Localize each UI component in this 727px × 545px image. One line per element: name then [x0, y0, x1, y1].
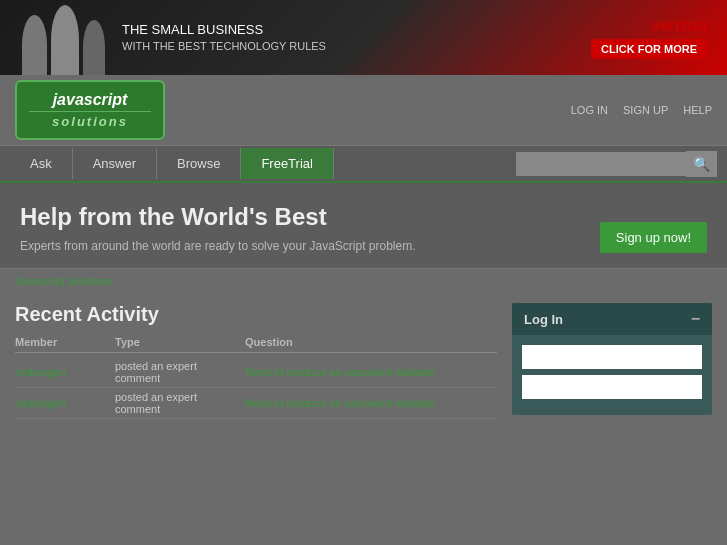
tab-freetrial[interactable]: FreeTrial	[241, 148, 334, 179]
password-input[interactable]	[522, 375, 702, 399]
logo-name: javascript	[53, 91, 128, 108]
signup-link[interactable]: SIGN UP	[623, 104, 668, 116]
banner-right[interactable]: verizon CLICK FOR MORE	[591, 17, 707, 59]
activity-table: Member Type Question mplungjan posted an…	[15, 336, 497, 419]
search-area: 🔍	[516, 151, 717, 177]
login-box: Log In −	[512, 303, 712, 415]
signup-button[interactable]: Sign up now!	[600, 222, 707, 253]
tab-answer[interactable]: Answer	[73, 148, 157, 179]
verizon-brand: verizon	[651, 17, 707, 35]
minimize-button[interactable]: −	[691, 311, 700, 327]
navbar: Ask Answer Browse FreeTrial 🔍	[0, 145, 727, 183]
member-link[interactable]: mplungjan	[15, 397, 115, 409]
recent-activity-heading: Recent Activity	[15, 303, 497, 326]
nav-tabs: Ask Answer Browse FreeTrial	[10, 148, 334, 179]
tab-ask[interactable]: Ask	[10, 148, 73, 179]
col-header-member: Member	[15, 336, 115, 348]
login-link[interactable]: LOG IN	[571, 104, 608, 116]
banner-people	[20, 0, 107, 75]
banner: THE SMALL BUSINESS WITH THE BEST TECHNOL…	[0, 0, 727, 75]
search-button[interactable]: 🔍	[686, 151, 717, 177]
login-header: Log In −	[512, 303, 712, 335]
logo[interactable]: javascript solutions	[15, 80, 165, 140]
logo-tagline: solutions	[29, 111, 151, 130]
breadcrumb: Javascript Solutions	[0, 269, 727, 293]
login-title: Log In	[524, 312, 563, 327]
member-link[interactable]: mplungjan	[15, 366, 115, 378]
username-input[interactable]	[522, 345, 702, 369]
login-body	[512, 335, 712, 415]
hero: Help from the World's Best Experts from …	[0, 183, 727, 269]
row-type: posted an expert comment	[115, 360, 245, 384]
question-link[interactable]: Need to produce an password validator	[245, 397, 497, 409]
col-header-type: Type	[115, 336, 245, 348]
search-input[interactable]	[516, 152, 686, 176]
header: javascript solutions LOG IN SIGN UP HELP	[0, 75, 727, 145]
table-row: mplungjan posted an expert comment Need …	[15, 388, 497, 419]
help-link[interactable]: HELP	[683, 104, 712, 116]
right-panel: Log In −	[512, 303, 712, 419]
tab-browse[interactable]: Browse	[157, 148, 241, 179]
main-content: Recent Activity Member Type Question mpl…	[0, 293, 727, 429]
activity-table-header: Member Type Question	[15, 336, 497, 353]
left-content: Recent Activity Member Type Question mpl…	[15, 303, 497, 419]
banner-main-text: THE SMALL BUSINESS WITH THE BEST TECHNOL…	[122, 22, 326, 53]
banner-cta[interactable]: CLICK FOR MORE	[591, 39, 707, 59]
header-nav: LOG IN SIGN UP HELP	[571, 104, 712, 116]
activity-rows: mplungjan posted an expert comment Need …	[15, 357, 497, 419]
table-row: mplungjan posted an expert comment Need …	[15, 357, 497, 388]
question-link[interactable]: Need to produce an password validator	[245, 366, 497, 378]
col-header-question: Question	[245, 336, 497, 348]
row-type: posted an expert comment	[115, 391, 245, 415]
